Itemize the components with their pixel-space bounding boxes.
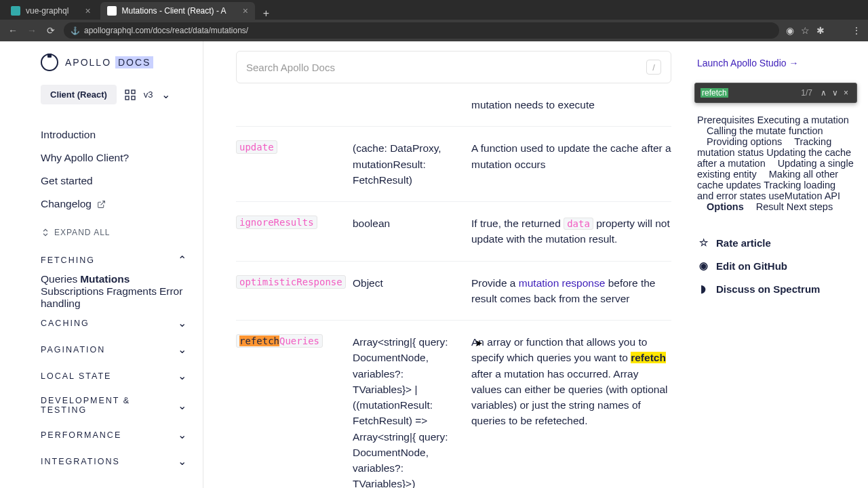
puzzle-icon[interactable]: ✱ xyxy=(816,25,825,36)
toc-options[interactable]: Options xyxy=(697,197,744,216)
section-performance-header[interactable]: PERFORMANCE ⌄ xyxy=(41,422,186,448)
browser-tabstrip: vue-graphql × Mutations - Client (React)… xyxy=(0,0,868,20)
table-row: refetchQueries Array<string|{ query: Doc… xyxy=(236,320,671,488)
expand-all-button[interactable]: EXPAND ALL xyxy=(41,216,186,247)
option-desc: Provide a mutation response before the r… xyxy=(471,275,671,307)
chevron-down-icon: ⌄ xyxy=(178,343,186,356)
tab-title: vue-graphql xyxy=(26,6,68,16)
chevron-down-icon: ⌄ xyxy=(178,399,186,412)
chevron-down-icon: ⌄ xyxy=(178,369,186,382)
profile-avatar[interactable] xyxy=(831,24,845,37)
tab-title: Mutations - Client (React) - A xyxy=(122,6,226,16)
section-integrations-header[interactable]: INTEGRATIONS ⌄ xyxy=(41,448,186,474)
svg-rect-0 xyxy=(125,90,129,94)
option-type: boolean xyxy=(353,216,471,247)
find-close-button[interactable]: × xyxy=(841,88,851,98)
search-placeholder: Search Apollo Docs xyxy=(246,62,335,73)
grid-icon[interactable] xyxy=(125,89,136,100)
option-type: (cache: DataProxy, mutationResult: Fetch… xyxy=(353,140,471,188)
options-table: mutation needs to execute update (cache:… xyxy=(236,97,671,488)
chevron-up-icon: ⌃ xyxy=(178,253,186,266)
favicon xyxy=(11,6,20,16)
section-pagination-header[interactable]: PAGINATION ⌄ xyxy=(41,336,186,363)
chevron-down-icon: ⌄ xyxy=(178,428,186,441)
toc-result[interactable]: Result xyxy=(747,197,784,216)
find-count: 1/7 xyxy=(801,88,812,98)
find-in-page: refetch 1/7 ∧ ∨ × xyxy=(694,83,857,103)
github-icon: ◉ xyxy=(697,260,709,272)
nav-get-started[interactable]: Get started xyxy=(41,169,186,192)
right-sidebar: Launch Apollo Studio → Mutations Prerequ… xyxy=(692,41,868,488)
option-name: refetchQueries xyxy=(236,334,323,348)
option-desc: A function used to update the cache afte… xyxy=(471,140,671,188)
table-row: update (cache: DataProxy, mutationResult… xyxy=(236,126,671,201)
expand-icon xyxy=(41,228,50,237)
rate-article-button[interactable]: ☆ Rate article xyxy=(697,231,854,254)
edit-github-button[interactable]: ◉ Edit on GitHub xyxy=(697,254,854,277)
option-name: ignoreResults xyxy=(236,216,317,229)
arrow-right-icon: → xyxy=(789,58,799,68)
chevron-down-icon: ⌄ xyxy=(178,455,186,468)
browser-toolbar: ← → ⟳ ⚓ apollographql.com/docs/react/dat… xyxy=(0,20,868,41)
mutation-response-link[interactable]: mutation response xyxy=(519,277,606,289)
option-type: Array<string|{ query: DocumentNode, vari… xyxy=(353,334,471,488)
svg-rect-2 xyxy=(125,96,129,100)
logo-text: APOLLO DOCS xyxy=(65,57,153,68)
option-type: Object xyxy=(353,275,471,307)
lock-icon: ⚓ xyxy=(71,26,80,35)
section-dev-testing-header[interactable]: DEVELOPMENT & TESTING ⌄ xyxy=(41,389,186,422)
table-row: optimisticResponse Object Provide a muta… xyxy=(236,261,671,321)
spectrum-icon: ◗ xyxy=(697,283,709,295)
find-prev-button[interactable]: ∧ xyxy=(818,88,829,98)
logo[interactable]: APOLLO DOCS xyxy=(41,54,186,71)
nav-changelog[interactable]: Changelog xyxy=(41,192,186,216)
new-tab-button[interactable]: + xyxy=(258,7,275,20)
version-label: v3 xyxy=(144,89,153,100)
browser-tab[interactable]: Mutations - Client (React) - A × xyxy=(100,2,255,20)
star-icon: ☆ xyxy=(697,237,709,249)
favicon xyxy=(107,6,117,16)
launch-studio-link[interactable]: Launch Apollo Studio → xyxy=(697,58,854,68)
back-button[interactable]: ← xyxy=(7,25,19,36)
nav-why-apollo[interactable]: Why Apollo Client? xyxy=(41,146,186,169)
option-name: optimisticResponse xyxy=(236,275,346,289)
star-icon[interactable]: ☆ xyxy=(801,25,810,36)
logo-icon xyxy=(41,54,58,71)
search-input[interactable]: Search Apollo Docs / xyxy=(236,51,671,83)
nav-introduction[interactable]: Introduction xyxy=(41,123,186,146)
extension-icon[interactable]: ◉ xyxy=(786,25,794,36)
external-link-icon xyxy=(97,200,106,209)
toc-next-steps[interactable]: Next steps xyxy=(787,197,833,216)
left-sidebar: APOLLO DOCS Client (React) v3 ⌄ Introduc… xyxy=(0,41,203,488)
toolbar-right: ◉ ☆ ✱ ⋮ xyxy=(786,24,861,37)
svg-rect-1 xyxy=(132,90,135,94)
browser-tab[interactable]: vue-graphql × xyxy=(4,2,98,20)
client-selector: Client (React) v3 ⌄ xyxy=(41,85,186,104)
main-content: Search Apollo Docs / mutation needs to e… xyxy=(203,41,692,488)
url-text: apollographql.com/docs/react/data/mutati… xyxy=(84,26,248,35)
chevron-down-icon: ⌄ xyxy=(178,317,186,329)
client-button[interactable]: Client (React) xyxy=(41,85,117,104)
discuss-spectrum-button[interactable]: ◗ Discuss on Spectrum xyxy=(697,277,854,300)
menu-icon[interactable]: ⋮ xyxy=(852,25,861,36)
option-desc: An array or function that allows you to … xyxy=(471,334,671,488)
search-shortcut-key: / xyxy=(646,60,661,75)
section-local-state-header[interactable]: LOCAL STATE ⌄ xyxy=(41,363,186,389)
close-icon[interactable]: × xyxy=(85,5,90,16)
table-row: ignoreResults boolean If true, the retur… xyxy=(236,201,671,261)
find-query[interactable]: refetch xyxy=(701,88,728,98)
close-icon[interactable]: × xyxy=(243,5,248,16)
forward-button[interactable]: → xyxy=(26,25,38,36)
svg-rect-3 xyxy=(132,96,135,100)
table-row: mutation needs to execute xyxy=(236,97,671,126)
nav-fragments[interactable]: Fragments xyxy=(106,280,157,302)
address-bar[interactable]: ⚓ apollographql.com/docs/react/data/muta… xyxy=(64,22,779,39)
reload-button[interactable]: ⟳ xyxy=(45,25,57,36)
chevron-down-icon[interactable]: ⌄ xyxy=(161,88,170,101)
option-desc: If true, the returned data property will… xyxy=(471,216,671,247)
option-name: update xyxy=(236,140,277,154)
find-next-button[interactable]: ∨ xyxy=(829,88,841,98)
